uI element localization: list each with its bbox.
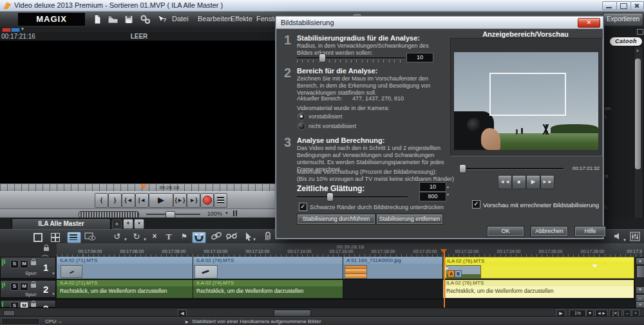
not-prestabilized-radio[interactable] <box>298 122 305 130</box>
monitor-zoom-value[interactable]: 100% <box>207 210 222 217</box>
mouse-mode-dropdown-icon[interactable]: ▼ <box>252 237 256 241</box>
mixer-icon[interactable] <box>629 232 641 242</box>
range-start-button[interactable]: {◄ <box>122 193 135 208</box>
preview-stop-button[interactable]: ■ <box>512 175 526 189</box>
view-timeline-icon[interactable] <box>67 232 81 243</box>
suppress-borders-label[interactable]: Schwarze Ränder durch Bildstreckung unte… <box>310 204 444 211</box>
smoothing-slider-track[interactable] <box>297 196 408 198</box>
preview-stabilized-checkbox[interactable]: ✓ <box>472 200 480 209</box>
monitor-mode-blue-button[interactable] <box>11 28 20 32</box>
view-scene-overview-icon[interactable] <box>84 232 97 242</box>
mark-out-button[interactable]: } <box>108 193 122 208</box>
playlist-button[interactable] <box>214 193 227 208</box>
track-2-mute-button[interactable]: M <box>20 283 28 291</box>
timeline-hscrollbar[interactable]: ◀ ▶ 1% ▼ ◄► [✕] – + <box>0 308 644 317</box>
new-tab-button[interactable]: + <box>123 219 133 229</box>
track-dropdown-icon[interactable]: ▼ <box>52 272 55 275</box>
group-link-icon[interactable] <box>210 232 223 242</box>
preview-play-button[interactable]: ► <box>526 175 540 189</box>
add-track-icon[interactable] <box>3 310 15 316</box>
track-1-lock-icon[interactable] <box>31 261 36 265</box>
spinner-down-icon[interactable]: ▼ <box>446 192 450 196</box>
view-single-icon[interactable] <box>31 232 44 242</box>
effect-badge-a[interactable]: A <box>448 270 455 277</box>
monitor-zoom-dropdown-icon[interactable]: ▼ <box>225 211 229 215</box>
menu-datei[interactable]: Datei <box>172 15 189 23</box>
mediapool-maximize-icon[interactable] <box>637 29 643 35</box>
prestabilized-radio[interactable] <box>298 113 305 120</box>
scroll-up-icon[interactable]: ▲ <box>636 257 644 265</box>
attach-paperclip-icon[interactable] <box>261 232 274 242</box>
audio-clip[interactable]: ILA 02 (76).MTS Rechtsklick, um die Well… <box>443 280 634 298</box>
catooh-logo[interactable]: Catooh <box>610 37 642 46</box>
close-window-button[interactable] <box>630 1 644 10</box>
spinner-up-icon[interactable]: ▲ <box>446 185 450 189</box>
maximize-button[interactable] <box>616 1 631 10</box>
title-editor-icon[interactable]: T <box>162 232 175 242</box>
max-shift-value-field[interactable]: 10 <box>419 182 446 192</box>
smoothing-slider-thumb[interactable] <box>327 192 334 201</box>
menu-effekte[interactable]: Effekte <box>231 15 252 23</box>
track-dropdown-icon[interactable]: ▼ <box>52 292 55 296</box>
record-button[interactable] <box>200 193 214 208</box>
preview-seek-thumb[interactable] <box>459 164 466 173</box>
view-storyboard-icon[interactable] <box>49 232 62 242</box>
redo-icon[interactable]: ↻ <box>130 232 143 242</box>
track-1-header[interactable]: S M Spur: 1 ▼ <box>0 257 56 279</box>
close-project-icon[interactable]: × <box>112 219 122 229</box>
playhead-line[interactable] <box>444 249 445 308</box>
value-spinner[interactable]: ▲ ▼ <box>446 183 451 200</box>
play-button[interactable]: ▶ <box>149 193 173 208</box>
redo-dropdown-icon[interactable]: ▼ <box>143 237 147 241</box>
video-clip[interactable]: ILA 02 (74).MTS <box>193 257 343 279</box>
help-button[interactable]: Hilfe <box>574 226 606 237</box>
ok-button[interactable]: OK <box>487 226 524 237</box>
range-play-button[interactable]: {►} <box>173 193 187 208</box>
project-tab[interactable]: ILA Alle Master <box>12 218 111 230</box>
marker-flag-icon[interactable]: ⚑ <box>178 232 191 242</box>
radius-slider-thumb[interactable] <box>319 53 326 62</box>
track-1-solo-button[interactable]: S <box>10 260 19 268</box>
radius-value-field[interactable]: 10 <box>406 53 433 62</box>
settings-gears-icon[interactable] <box>140 14 151 24</box>
dialog-close-button[interactable]: ✕ <box>578 18 600 28</box>
timeline-ruler[interactable]: 00:39:28:18 00:17:04:00 00:17:06:00 00:1… <box>57 243 644 257</box>
track-3-lock-icon[interactable] <box>31 303 36 307</box>
track-3-header[interactable]: S M 3 <box>0 300 56 308</box>
mark-in-button[interactable]: { <box>95 193 108 208</box>
audio-clip[interactable]: ILA 02 (74).MTS Rechtsklick, um die Well… <box>193 280 343 298</box>
mediapool-scroll-thumb[interactable] <box>635 59 641 169</box>
scrub-position-marker[interactable] <box>140 185 147 189</box>
preview-stabilized-label[interactable]: Vorschau mit errechneter Bildstabilisier… <box>483 201 599 209</box>
monitor-mode-red-button[interactable] <box>2 28 11 32</box>
undo-dropdown-icon[interactable]: ▼ <box>124 237 128 241</box>
selected-video-clip[interactable]: ILA 02 (76).MTS A B <box>443 257 634 279</box>
analysis-region-rect[interactable] <box>489 73 566 116</box>
effect-badge-b[interactable]: B <box>455 270 462 277</box>
audio-dropdown-icon[interactable]: ▼ <box>623 238 627 242</box>
preview-forward-button[interactable]: ►► <box>540 175 554 189</box>
not-prestabilized-label[interactable]: nicht vorstabilisiert <box>308 123 356 130</box>
radius-slider-track[interactable] <box>297 57 405 59</box>
apply-stabilization-button[interactable]: Stabilisierung durchführen <box>297 214 375 225</box>
undo-icon[interactable]: ↺ <box>111 232 124 242</box>
preview-seek-track[interactable] <box>461 168 564 169</box>
tab-list-dropdown[interactable]: ▼ <box>134 219 144 229</box>
menu-bearbeiten[interactable]: Bearbeiten <box>198 15 232 23</box>
image-clip[interactable]: A 51 169_711A0000.jpg <box>343 257 443 279</box>
suppress-borders-checkbox[interactable]: ✓ <box>299 203 307 211</box>
preview-video[interactable] <box>454 52 598 150</box>
window-titlebar[interactable]: Video deluxe 2013 Premium - Sortieren 01… <box>0 0 644 12</box>
track-1-mute-button[interactable]: M <box>20 260 28 268</box>
track-2-header[interactable]: S M Spur: 2 ▼ <box>0 280 56 298</box>
scroll-down-icon[interactable]: ▼ <box>636 286 644 294</box>
range-end-button[interactable]: ►} <box>187 193 200 208</box>
mediapool-scrollbar[interactable]: ▲ ▼ <box>634 46 643 225</box>
video-clip[interactable]: ILA 02 (71).MTS <box>57 257 193 279</box>
export-button[interactable]: Exportieren <box>603 13 643 26</box>
save-project-icon[interactable] <box>124 14 135 24</box>
cancel-button[interactable]: Abbrechen <box>531 226 568 237</box>
preview-rewind-button[interactable]: ◄◄ <box>498 175 512 189</box>
track-2-lock-icon[interactable] <box>31 284 36 288</box>
context-help-icon[interactable]: ? <box>156 14 167 24</box>
